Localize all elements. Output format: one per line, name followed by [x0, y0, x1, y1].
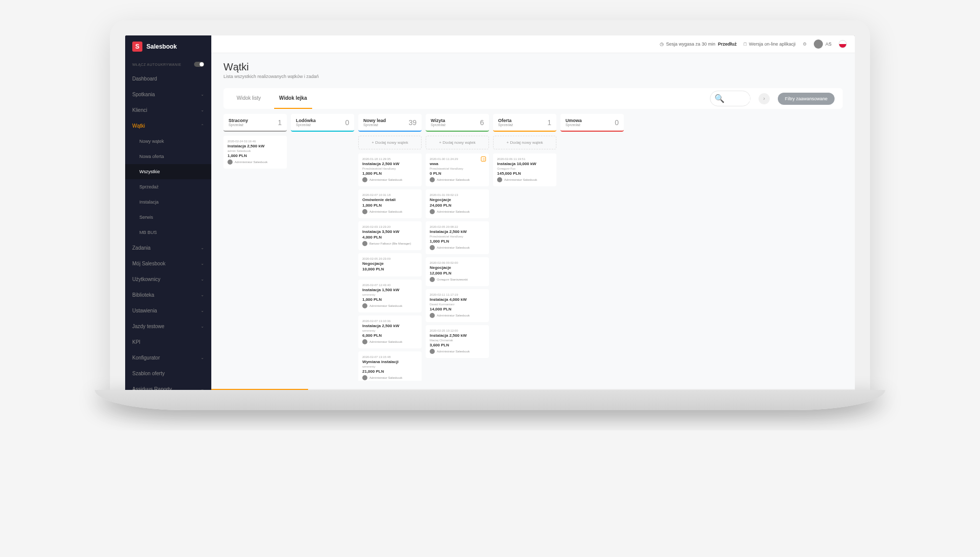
column-cards: + Dodaj nowy wątek2020-01-18 11:29:35Ins… — [358, 136, 422, 381]
locale-flag-pl[interactable] — [839, 40, 847, 48]
kanban-card[interactable]: 2020-02-07 10:31:18Omówienie detali1,000… — [358, 189, 422, 218]
chevron-down-icon: ⌄ — [201, 261, 204, 266]
kanban-card[interactable]: 2020-02-07 13:10:36Instalacja 2,500 kWsz… — [358, 315, 422, 348]
avatar-icon — [430, 349, 435, 354]
online-version[interactable]: □ Wersja on-line aplikacji — [744, 42, 796, 47]
nav-spotkania[interactable]: Spotkania ⌄ — [125, 87, 211, 102]
card-date: 2020-02-06 00:02:00 — [430, 261, 485, 264]
card-title: Negocjacje — [362, 261, 418, 266]
nav-sub-mbbus[interactable]: MB BUS — [125, 225, 211, 240]
kanban-card[interactable]: 2020-02-11 11:17:19Instalacja 4,000 kWDa… — [426, 289, 489, 322]
column-header[interactable]: Nowy lead Sprzedaż 39 — [358, 114, 422, 132]
nav-uzytkownicy[interactable]: Użytkownicy⌄ — [125, 271, 211, 287]
nav-sub-wszystkie[interactable]: Wszystkie — [125, 164, 211, 179]
kanban-card[interactable]: 2020-01-31 09:02:13Negocjacje24,000 PLNA… — [426, 189, 489, 218]
kanban-card[interactable]: 2020-02-24 02:19:46Instalacja 2,500 kWad… — [223, 136, 287, 169]
column-header[interactable]: Lodówka Sprzedaż 0 — [291, 114, 354, 132]
column-header[interactable]: Stracony Sprzedaż 1 — [223, 114, 287, 132]
user-initials: AS — [825, 42, 832, 47]
add-thread-button[interactable]: + Dodaj nowy wątek — [426, 136, 489, 149]
horizontal-scrollbar[interactable] — [211, 389, 855, 390]
kanban-card[interactable]: 2020-01-30 11:24:29wwaPrzedstawiciel Han… — [426, 153, 489, 186]
kanban-card[interactable]: 2020-02-03 13:23:20Instalacja 3,500 kW4,… — [358, 221, 422, 250]
card-title: Instalacja 2,500 kW — [430, 229, 485, 234]
nav-jazdy-testowe[interactable]: Jazdy testowe⌄ — [125, 319, 211, 334]
card-date: 2020-02-03 13:23:20 — [362, 225, 418, 228]
nav-sub-serwis[interactable]: Serwis — [125, 210, 211, 225]
nav-sub-nowa-oferta[interactable]: Nowa oferta — [125, 149, 211, 164]
advanced-filters-button[interactable]: Filtry zaawansowane — [778, 93, 835, 105]
nav-szablon-oferty[interactable]: Szablon oferty — [125, 366, 211, 381]
card-title: Wymiana instalacji — [362, 360, 418, 364]
avatar-icon — [362, 339, 367, 344]
kanban-card[interactable]: 2020-02-05 20:08:22Instalacja 2,500 kWPr… — [426, 221, 489, 254]
card-date: 2020-02-24 02:19:46 — [228, 140, 283, 143]
kanban-card[interactable]: 2020-02-25 10:12:00Instalacja 2,500 kWMa… — [426, 325, 489, 358]
nav-sub-sprzedaz[interactable]: Sprzedaż — [125, 179, 211, 194]
auto-hide-toggle[interactable] — [194, 62, 204, 67]
column-subtitle: Sprzedaż — [431, 123, 446, 127]
card-price: 10,000 PLN — [362, 267, 418, 271]
card-user: Grzegorz Staniszewski — [430, 277, 485, 282]
add-thread-button[interactable]: + Dodaj nowy wątek — [358, 136, 422, 149]
nav-sub-nowy-watek[interactable]: Nowy wątek — [125, 134, 211, 149]
chevron-up-icon: ⌃ — [201, 124, 204, 128]
card-price: 1,000 PLN — [362, 171, 418, 176]
kanban-card[interactable]: 2020-02-07 13:15:48Wymiana instalacjiszm… — [358, 351, 422, 381]
kanban-column: Lodówka Sprzedaż 0 — [291, 114, 354, 381]
tab-funnel-view[interactable]: Widok lejka — [274, 88, 312, 109]
chevron-down-icon: ⌄ — [201, 324, 204, 329]
column-title: Lodówka — [296, 118, 316, 123]
column-title: Nowy lead — [363, 118, 386, 123]
column-header[interactable]: Wizyta Sprzedaż 6 — [426, 114, 489, 132]
topbar: ◷ Sesja wygasa za 30 min Przedłuż □ Wers… — [211, 35, 855, 53]
extend-session-link[interactable]: Przedłuż — [718, 42, 737, 47]
search-input[interactable] — [725, 96, 750, 101]
auto-hide-row: WŁĄCZ AUTOUKRYWANIE — [125, 58, 211, 71]
logo[interactable]: S Salesbook — [125, 35, 211, 58]
gear-icon[interactable]: ⚙ — [803, 42, 807, 47]
main-content: ◷ Sesja wygasa za 30 min Przedłuż □ Wers… — [211, 35, 855, 390]
kanban-card[interactable]: 2020-02-07 12:43:40Instalacja 1,500 kWsz… — [358, 280, 422, 312]
kanban-card[interactable]: 2020-01-18 11:29:35Instalacja 2,500 kWPr… — [358, 153, 422, 186]
nav-assiduus-raporty[interactable]: Assiduus Raporty⌄ — [125, 381, 211, 390]
card-client: Przedstawiciel Handlowy — [362, 167, 418, 170]
nav-dashboard[interactable]: Dashboard — [125, 71, 211, 87]
card-date: 2020-02-05 20:08:22 — [430, 225, 485, 228]
column-cards: 2020-02-24 02:19:46Instalacja 2,500 kWad… — [223, 136, 287, 381]
card-title: Instalacja 1,500 kW — [362, 288, 418, 292]
column-cards — [291, 136, 354, 381]
column-header[interactable]: Oferta Sprzedaż 1 — [493, 114, 556, 132]
card-date: 2020-02-07 13:10:36 — [362, 320, 418, 323]
search-box[interactable]: 🔍 — [710, 91, 750, 106]
column-count: 0 — [615, 118, 619, 127]
nav-watki[interactable]: Wątki ⌃ — [125, 118, 211, 134]
kanban-card[interactable]: 2020-02-05 20:23:09Negocjacje10,000 PLN — [358, 253, 422, 276]
nav-moj-salesbook[interactable]: Mój Salesbook⌄ — [125, 256, 211, 271]
user-menu[interactable]: AS — [814, 39, 832, 49]
nav-zadania[interactable]: Zadania⌄ — [125, 240, 211, 256]
avatar-icon — [228, 160, 233, 165]
nav-ustawienia[interactable]: Ustawienia⌄ — [125, 303, 211, 319]
kanban-card[interactable]: 2020-02-06 11:19:51Instalacja 10,000 kWG… — [493, 153, 556, 186]
avatar-icon — [497, 177, 502, 182]
auto-hide-label: WŁĄCZ AUTOUKRYWANIE — [132, 63, 181, 66]
card-price: 6,000 PLN — [362, 333, 418, 338]
card-title: Omówienie detali — [362, 197, 418, 202]
avatar-icon — [430, 245, 435, 250]
tab-list-view[interactable]: Widok listy — [232, 88, 266, 109]
nav-biblioteka[interactable]: Biblioteka⌄ — [125, 287, 211, 303]
column-header[interactable]: Umowa Sprzedaż 0 — [560, 114, 624, 132]
nav-sub-instalacja[interactable]: Instalacja — [125, 194, 211, 210]
chevron-down-icon: ⌄ — [201, 108, 204, 112]
kanban-card[interactable]: 2020-02-06 00:02:00Negocjacje12,000 PLNG… — [426, 257, 489, 286]
nav-klienci[interactable]: Klienci ⌄ — [125, 102, 211, 118]
add-thread-button[interactable]: + Dodaj nowy wątek — [493, 136, 556, 149]
nav-konfigurator[interactable]: Konfigurator⌄ — [125, 350, 211, 366]
page-header: Wątki Lista wszystkich realizowanych wąt… — [211, 53, 855, 83]
kanban-column: Nowy lead Sprzedaż 39+ Dodaj nowy wątek2… — [358, 114, 422, 381]
nav-kpi[interactable]: KPI — [125, 334, 211, 350]
card-user: Administrator Salesbook — [430, 313, 485, 318]
expand-search-button[interactable]: › — [759, 93, 770, 104]
card-client: szmmmty — [362, 293, 418, 296]
